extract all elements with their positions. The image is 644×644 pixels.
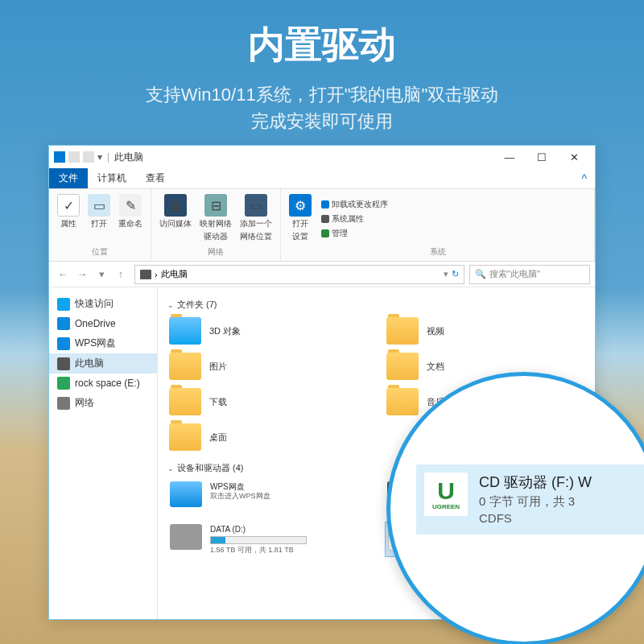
folder-label: 视频 (427, 325, 444, 337)
zoom-drive-space: 0 字节 可用，共 3 (479, 493, 592, 510)
tab-computer[interactable]: 计算机 (88, 168, 136, 188)
qat-btn[interactable] (68, 151, 80, 163)
sidebar-item[interactable]: WPS网盘 (49, 333, 157, 353)
qat-btn[interactable] (83, 151, 94, 163)
sidebar-item[interactable]: rock space (E:) (49, 374, 157, 393)
folder-icon (169, 317, 201, 345)
folder-icon (169, 423, 201, 451)
properties-button[interactable]: ✓属性 (56, 192, 81, 231)
rename-button[interactable]: ✎重命名 (117, 192, 144, 231)
folder-icon (169, 353, 201, 380)
manage-button[interactable]: 管理 (321, 227, 388, 240)
quick-access-toolbar: ▾ (54, 151, 102, 163)
nav-forward-button[interactable]: → (73, 266, 91, 283)
sidebar-item-icon (57, 377, 70, 390)
minimize-button[interactable]: — (493, 146, 526, 168)
sidebar-item[interactable]: 此电脑 (49, 353, 157, 374)
refresh-button[interactable]: ↻ (452, 269, 459, 279)
folder-item[interactable]: 桌面 (167, 422, 369, 452)
drive-name: WPS网盘 (210, 481, 270, 492)
hero-subtitle: 支持Win10/11系统，打开"我的电脑"双击驱动 完成安装即可使用 (0, 81, 644, 134)
ribbon-group-label: 网络 (158, 246, 274, 258)
sidebar-item[interactable]: OneDrive (49, 314, 157, 333)
sidebar-item-icon (57, 298, 70, 311)
navigation-pane: 快速访问OneDriveWPS网盘此电脑rock space (E:)网络 (49, 287, 158, 619)
folder-label: 文档 (427, 361, 444, 373)
ribbon-group-system: ⚙打开设置 卸载或更改程序 系统属性 管理 系统 (281, 189, 595, 261)
hero-title: 内置驱动 (0, 0, 644, 70)
sidebar-item-label: rock space (E:) (75, 378, 140, 389)
sidebar-item-label: WPS网盘 (75, 336, 116, 350)
explorer-icon (54, 151, 65, 163)
folder-label: 下载 (209, 396, 227, 408)
folder-icon (386, 353, 419, 380)
open-button[interactable]: ▭打开 (86, 192, 112, 231)
ugreen-icon: U UGREEN (424, 473, 468, 516)
uninstall-programs-button[interactable]: 卸载或更改程序 (321, 198, 388, 211)
maximize-button[interactable]: ☐ (526, 146, 558, 168)
ribbon-group-network: ▮访问媒体 ⊟映射网络驱动器 ▭添加一个网络位置 网络 (151, 189, 281, 261)
sidebar-item[interactable]: 快速访问 (49, 294, 157, 314)
add-network-location-button[interactable]: ▭添加一个网络位置 (238, 192, 274, 244)
sidebar-item-icon (57, 397, 70, 410)
sidebar-item-label: OneDrive (75, 318, 116, 329)
nav-back-button[interactable]: ← (54, 266, 72, 283)
sidebar-item-label: 网络 (75, 396, 94, 410)
ribbon: ✓属性 ▭打开 ✎重命名 位置 ▮访问媒体 ⊟映射网络驱动器 ▭添加一个网络位置… (49, 189, 595, 262)
ribbon-collapse-icon[interactable]: ^ (573, 168, 595, 188)
window-title: 此电脑 (114, 151, 143, 164)
map-drive-button[interactable]: ⊟映射网络驱动器 (198, 192, 233, 244)
drive-name: DATA (D:) (210, 524, 307, 535)
zoom-drive-fs: CDFS (479, 510, 592, 526)
drive-icon (170, 524, 202, 550)
nav-history-button[interactable]: ▾ (93, 266, 110, 283)
folder-label: 3D 对象 (209, 325, 241, 337)
folder-item[interactable]: 图片 (167, 351, 369, 382)
folder-item[interactable]: 视频 (385, 316, 586, 346)
drive-item[interactable]: DATA (D:)1.56 TB 可用，共 1.81 TB (167, 522, 369, 558)
drive-usage-bar (210, 536, 307, 544)
zoom-drive-name: CD 驱动器 (F:) W (479, 473, 592, 493)
folder-icon (386, 388, 419, 415)
pc-icon (140, 270, 151, 279)
titlebar: ▾ | 此电脑 — ☐ ✕ (49, 146, 595, 168)
drive-sub: 双击进入WPS网盘 (210, 492, 270, 502)
nav-up-button[interactable]: ↑ (112, 266, 130, 283)
sidebar-item-icon (57, 357, 70, 370)
close-button[interactable]: ✕ (558, 146, 590, 168)
sidebar-item-label: 此电脑 (75, 357, 104, 370)
folder-item[interactable]: 下载 (167, 386, 369, 417)
folders-section-header[interactable]: ⌄文件夹 (7) (167, 299, 585, 311)
folder-item[interactable]: 3D 对象 (167, 316, 369, 346)
drive-icon (170, 481, 202, 507)
folder-label: 图片 (209, 361, 227, 373)
folder-label: 桌面 (209, 431, 227, 444)
search-icon: 🔍 (475, 269, 486, 279)
sidebar-item-icon (57, 337, 70, 350)
system-properties-button[interactable]: 系统属性 (321, 213, 388, 225)
folder-icon (386, 317, 419, 345)
ribbon-group-label: 位置 (56, 246, 144, 258)
sidebar-item-label: 快速访问 (75, 297, 114, 311)
ribbon-tabs: 文件 计算机 查看 ^ (49, 168, 595, 189)
access-media-button[interactable]: ▮访问媒体 (158, 192, 193, 231)
sidebar-item-icon (57, 317, 70, 330)
tab-view[interactable]: 查看 (136, 168, 175, 188)
folder-icon (169, 388, 201, 415)
hero-sub-line2: 完成安装即可使用 (0, 108, 644, 134)
search-input[interactable]: 🔍 搜索"此电脑" (469, 265, 590, 284)
zoom-callout: U UGREEN CD 驱动器 (F:) W 0 字节 可用，共 3 CDFS (386, 372, 644, 644)
drive-item[interactable]: WPS网盘双击进入WPS网盘 (167, 479, 369, 515)
hero-sub-line1: 支持Win10/11系统，打开"我的电脑"双击驱动 (0, 81, 644, 108)
drive-sub: 1.56 TB 可用，共 1.81 TB (210, 546, 307, 555)
ribbon-group-label: 系统 (287, 246, 588, 258)
breadcrumb[interactable]: 此电脑 (161, 268, 188, 280)
address-bar[interactable]: › 此电脑 ▾ ↻ (134, 265, 464, 284)
sidebar-item[interactable]: 网络 (49, 393, 157, 413)
tab-file[interactable]: 文件 (49, 168, 88, 188)
address-row: ← → ▾ ↑ › 此电脑 ▾ ↻ 🔍 搜索"此电脑" (49, 262, 595, 287)
open-settings-button[interactable]: ⚙打开设置 (287, 192, 313, 245)
ribbon-group-location: ✓属性 ▭打开 ✎重命名 位置 (49, 189, 151, 261)
